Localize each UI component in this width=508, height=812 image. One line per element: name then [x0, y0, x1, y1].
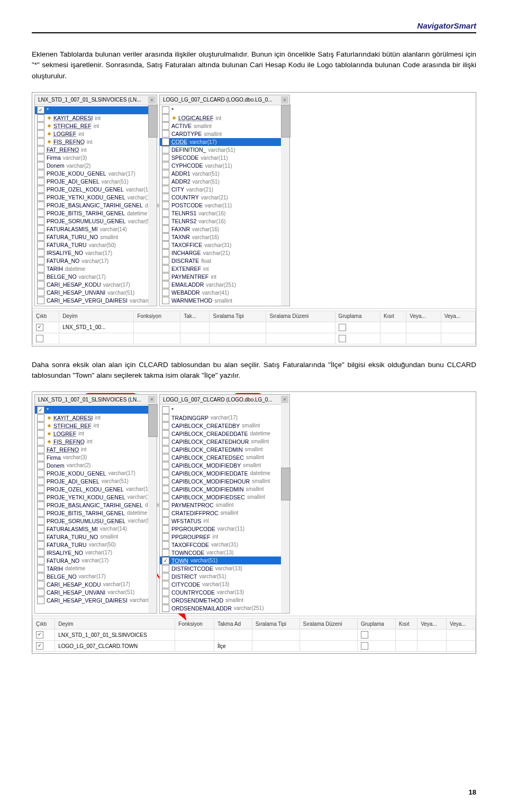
- grid-cell[interactable]: [447, 629, 476, 641]
- grid-header[interactable]: Kısıt: [395, 618, 418, 629]
- checkbox[interactable]: [37, 289, 44, 296]
- checkbox[interactable]: [37, 470, 44, 477]
- field-row[interactable]: TAXNRvarchar(16): [160, 233, 289, 241]
- grid-cell[interactable]: LOGO_LG_007_CLCARD.TOWN: [55, 641, 175, 652]
- field-row[interactable]: WEBADDRvarchar(41): [160, 289, 289, 297]
- field-row[interactable]: TOWNCODEvarchar(13): [160, 549, 289, 556]
- field-row[interactable]: FATURA_NOvarchar(17): [35, 257, 157, 265]
- checkbox[interactable]: [162, 406, 169, 414]
- checkbox[interactable]: [162, 178, 169, 185]
- field-row[interactable]: FATURALASMIS_MIvarchar(14): [35, 225, 157, 233]
- field-row[interactable]: CAPIBLOCK_MODIFIEDSECsmallint: [160, 493, 289, 501]
- checkbox[interactable]: [37, 194, 44, 201]
- scrollbar[interactable]: [281, 105, 289, 306]
- field-row[interactable]: IRSALIYE_NOvarchar(17): [35, 249, 157, 257]
- field-row[interactable]: ACTIVEsmallint: [160, 122, 289, 130]
- field-row[interactable]: TAXOFFICEvarchar(31): [160, 241, 289, 249]
- checkbox[interactable]: [37, 430, 44, 437]
- checkbox[interactable]: [37, 257, 44, 264]
- field-row[interactable]: PROJE_ADI_GENELvarchar(51): [35, 178, 157, 186]
- field-row[interactable]: FAT_REFNOint: [35, 146, 157, 154]
- checkbox[interactable]: [37, 494, 44, 501]
- scrollbar[interactable]: [148, 404, 157, 613]
- field-row[interactable]: CAPIBLOCK_CREATEDSECsmallint: [160, 453, 289, 461]
- field-row[interactable]: Donemvarchar(2): [35, 461, 157, 469]
- field-row[interactable]: CARI_HESAP_UNVANIvarchar(51): [35, 289, 157, 297]
- checkbox[interactable]: [37, 170, 44, 177]
- checkbox[interactable]: [162, 541, 169, 549]
- checkbox[interactable]: [361, 642, 368, 650]
- grid-cell[interactable]: [33, 333, 59, 344]
- grid-header[interactable]: Veya...: [406, 311, 441, 322]
- field-row[interactable]: WFSTATUSint: [160, 517, 289, 525]
- checkbox[interactable]: [37, 202, 44, 209]
- field-row[interactable]: FATURA_TURU_NOsmallint: [35, 233, 157, 241]
- checkbox[interactable]: [37, 225, 44, 233]
- table-tab-left-1[interactable]: LNX_STD_1_007_01_SLSINVOICES (LN... ×: [35, 95, 157, 105]
- grid-cell[interactable]: [441, 333, 475, 344]
- field-row[interactable]: FIS_REFNOint: [35, 437, 157, 445]
- field-row[interactable]: CAPIBLOCK_CREATEDHOURsmallint: [160, 437, 289, 445]
- field-row[interactable]: ADDR2varchar(51): [160, 178, 289, 186]
- field-row[interactable]: FATURA_TURUvarchar(50): [35, 541, 157, 549]
- checkbox[interactable]: [36, 631, 43, 638]
- checkbox[interactable]: [162, 549, 169, 556]
- field-row[interactable]: STFICHE_REFint: [35, 122, 157, 130]
- field-row[interactable]: POSTCODEvarchar(11): [160, 202, 289, 209]
- grid-header[interactable]: Gruplama: [335, 311, 380, 322]
- grid-cell[interactable]: LNX_STD_1_00...: [59, 322, 134, 333]
- checkbox[interactable]: [162, 122, 169, 130]
- checkbox[interactable]: [162, 565, 169, 572]
- checkbox[interactable]: [162, 146, 169, 153]
- grid-header[interactable]: Takma Ad: [214, 618, 252, 629]
- checkbox[interactable]: [37, 241, 44, 249]
- field-row[interactable]: TRADINGGRPvarchar(17): [160, 414, 289, 422]
- criteria-grid-1[interactable]: ÇıktıDeyimFonksiyonTak...Sıralama TipiSı…: [32, 308, 476, 346]
- star-row[interactable]: *: [35, 106, 157, 114]
- grid-cell[interactable]: [395, 629, 418, 641]
- field-row[interactable]: DISTRICTCODEvarchar(13): [160, 564, 289, 572]
- field-row[interactable]: TAXOFFCODEvarchar(31): [160, 541, 289, 549]
- field-row[interactable]: LOGREFint: [35, 430, 157, 437]
- field-row[interactable]: BELGE_NOvarchar(17): [35, 572, 157, 580]
- checkbox[interactable]: [162, 478, 169, 485]
- checkbox[interactable]: [162, 573, 169, 580]
- checkbox[interactable]: [162, 597, 169, 604]
- checkbox[interactable]: [162, 186, 169, 193]
- close-icon[interactable]: ×: [148, 396, 156, 403]
- grid-cell[interactable]: [59, 333, 134, 344]
- field-row[interactable]: PPGROUPCODEvarchar(11): [160, 525, 289, 533]
- checkbox[interactable]: [162, 297, 169, 304]
- checkbox[interactable]: [162, 217, 169, 225]
- grid-cell[interactable]: [300, 629, 357, 641]
- checkbox[interactable]: [37, 130, 44, 138]
- grid-cell[interactable]: [180, 322, 210, 333]
- field-row[interactable]: PROJE_YETKI_KODU_GENELvarchar(11): [35, 493, 157, 501]
- field-row[interactable]: Donemvarchar(2): [35, 162, 157, 170]
- grid-header[interactable]: Sıralama Düzeni: [266, 311, 335, 322]
- grid-header[interactable]: Sıralama Tipi: [252, 618, 300, 629]
- checkbox[interactable]: [37, 478, 44, 485]
- field-row[interactable]: CAPIBLOCK_MODIFIEDDATEdatetime: [160, 469, 289, 477]
- field-row[interactable]: CAPIBLOCK_CREATEDMINsmallint: [160, 445, 289, 453]
- checkbox[interactable]: [37, 438, 44, 445]
- field-row[interactable]: Firmavarchar(3): [35, 154, 157, 162]
- checkbox[interactable]: [37, 446, 44, 453]
- checkbox[interactable]: [37, 233, 44, 241]
- field-row[interactable]: DISTRICTvarchar(51): [160, 572, 289, 580]
- field-row[interactable]: TARIHdatetime: [35, 564, 157, 572]
- checkbox[interactable]: [36, 642, 43, 650]
- grid-cell[interactable]: [252, 629, 300, 641]
- field-row[interactable]: PROJE_OZEL_KODU_GENELvarchar(11): [35, 485, 157, 493]
- grid-header[interactable]: Veya...: [418, 618, 447, 629]
- grid-cell[interactable]: [395, 641, 418, 652]
- grid-cell[interactable]: [33, 629, 55, 641]
- grid-cell[interactable]: [357, 629, 395, 641]
- grid-header[interactable]: Deyim: [55, 618, 175, 629]
- field-row[interactable]: PROJE_SORUMLUSU_GENELvarchar(51): [35, 217, 157, 225]
- table-tab-left-2[interactable]: LNX_STD_1_007_01_SLSINVOICES (LN... ×: [35, 395, 157, 405]
- checkbox[interactable]: [162, 533, 169, 541]
- grid-cell[interactable]: [300, 641, 357, 652]
- field-row[interactable]: CARDTYPEsmallint: [160, 130, 289, 138]
- checkbox[interactable]: [162, 494, 169, 501]
